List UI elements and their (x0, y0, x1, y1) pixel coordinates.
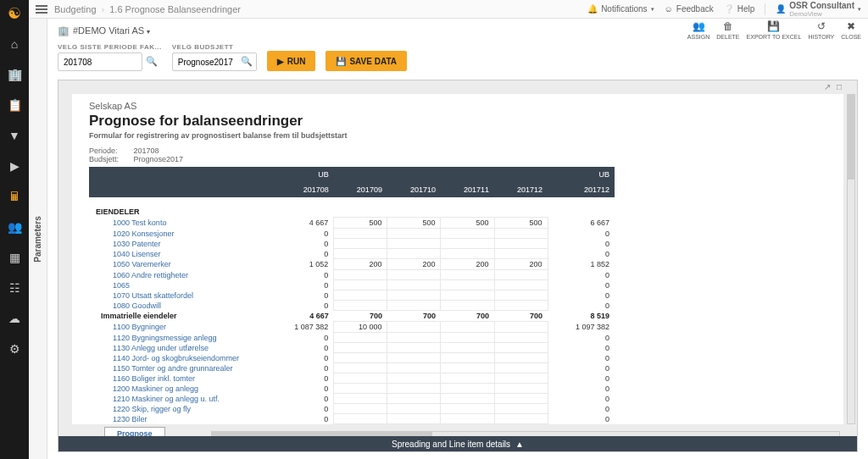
period-cell[interactable] (387, 239, 441, 249)
period-cell[interactable] (441, 384, 494, 394)
period-cell[interactable] (334, 373, 387, 384)
period-cell[interactable] (387, 404, 441, 414)
period-cell[interactable]: 200 (387, 259, 441, 270)
period-cell[interactable] (387, 363, 441, 373)
help-link[interactable]: ❔ Help (724, 4, 755, 14)
period-cell[interactable] (494, 353, 548, 363)
funnel-icon[interactable]: ▼ (4, 125, 25, 146)
period-cell[interactable]: 500 (494, 218, 548, 229)
period-cell[interactable] (441, 270, 494, 280)
period-cell[interactable] (494, 384, 548, 394)
cloud-icon[interactable]: ☁ (4, 308, 25, 329)
period-cell[interactable]: 200 (334, 259, 387, 270)
period-cell[interactable] (494, 394, 548, 404)
period-cell[interactable] (387, 384, 441, 394)
period-cell[interactable] (441, 239, 494, 249)
period-cell[interactable] (441, 249, 494, 259)
period-cell[interactable] (441, 373, 494, 384)
period-cell[interactable] (334, 270, 387, 280)
feedback-link[interactable]: ☺ Feedback (665, 4, 714, 14)
period-cell[interactable] (441, 363, 494, 373)
calculator-icon[interactable]: 🖩 (4, 186, 25, 207)
period-cell[interactable] (494, 249, 548, 259)
period-cell[interactable]: 10 000 (334, 322, 387, 333)
period-cell[interactable] (334, 229, 387, 239)
period-cell[interactable] (334, 239, 387, 249)
period-cell[interactable] (441, 353, 494, 363)
period-cell[interactable] (387, 394, 441, 404)
period-cell[interactable] (334, 280, 387, 290)
period-cell[interactable] (494, 363, 548, 373)
vertical-scrollbar[interactable] (847, 94, 855, 424)
period-cell[interactable] (334, 404, 387, 414)
period-cell[interactable]: 200 (441, 259, 494, 270)
period-cell[interactable] (334, 343, 387, 353)
hierarchy-icon[interactable]: ☷ (4, 278, 25, 298)
period-cell[interactable] (387, 290, 441, 301)
period-cell[interactable] (387, 333, 441, 343)
period-cell[interactable] (494, 280, 548, 290)
period-cell[interactable] (494, 373, 548, 384)
people-icon[interactable]: 👥 (4, 217, 25, 237)
period-cell[interactable]: 500 (387, 218, 441, 229)
period-cell[interactable] (494, 229, 548, 239)
period-cell[interactable] (334, 394, 387, 404)
period-cell[interactable] (334, 333, 387, 343)
period-cell[interactable] (334, 414, 387, 424)
period-cell[interactable] (494, 301, 548, 311)
period-filter-input[interactable] (58, 53, 142, 71)
period-cell[interactable] (441, 290, 494, 301)
period-cell[interactable] (387, 249, 441, 259)
period-cell[interactable] (387, 301, 441, 311)
period-cell[interactable] (334, 249, 387, 259)
search-icon[interactable]: 🔍 (241, 56, 253, 67)
search-icon[interactable]: 🔍 (146, 56, 158, 67)
period-cell[interactable] (387, 280, 441, 290)
popout-icon[interactable]: ↗ (824, 82, 831, 91)
period-cell[interactable] (387, 270, 441, 280)
details-bar[interactable]: Spreading and Line item details ▲ (58, 436, 857, 451)
parameters-strip[interactable]: Parameters (29, 19, 47, 459)
export-button[interactable]: 💾EXPORT TO EXCEL (747, 20, 802, 40)
notifications-link[interactable]: 🔔 Notifications ▾ (587, 4, 654, 14)
delete-button[interactable]: 🗑DELETE (716, 20, 739, 40)
period-cell[interactable] (494, 414, 548, 424)
period-cell[interactable] (387, 343, 441, 353)
period-cell[interactable] (387, 353, 441, 363)
period-cell[interactable] (387, 414, 441, 424)
period-cell[interactable] (334, 353, 387, 363)
period-cell[interactable] (387, 229, 441, 239)
period-cell[interactable] (334, 290, 387, 301)
period-cell[interactable] (494, 322, 548, 333)
period-cell[interactable] (494, 404, 548, 414)
grid-icon[interactable]: ▦ (4, 247, 25, 268)
period-cell[interactable] (334, 363, 387, 373)
period-cell[interactable]: 200 (494, 259, 548, 270)
save-data-button[interactable]: 💾 SAVE DATA (326, 51, 407, 71)
user-menu[interactable]: 👤 OSR Consultant DemoView ▾ (776, 1, 861, 18)
period-cell[interactable] (441, 333, 494, 343)
period-cell[interactable] (441, 414, 494, 424)
home-icon[interactable]: ⌂ (4, 34, 25, 54)
assign-button[interactable]: 👥ASSIGN (687, 20, 709, 40)
period-cell[interactable] (494, 343, 548, 353)
period-cell[interactable] (441, 322, 494, 333)
period-cell[interactable] (441, 394, 494, 404)
run-button[interactable]: ▶ RUN (267, 51, 316, 71)
play-icon[interactable]: ▶ (4, 156, 25, 176)
period-cell[interactable]: 500 (441, 218, 494, 229)
period-cell[interactable] (494, 239, 548, 249)
period-cell[interactable] (494, 270, 548, 280)
period-cell[interactable] (441, 301, 494, 311)
clipboard-icon[interactable]: 📋 (4, 95, 25, 115)
period-cell[interactable]: 500 (334, 218, 387, 229)
close-button[interactable]: ✖CLOSE (841, 20, 861, 40)
menu-icon[interactable] (36, 3, 47, 15)
period-cell[interactable] (494, 333, 548, 343)
period-cell[interactable] (494, 290, 548, 301)
period-cell[interactable] (387, 373, 441, 384)
period-cell[interactable] (387, 322, 441, 333)
gear-icon[interactable]: ⚙ (4, 339, 25, 359)
period-cell[interactable] (334, 301, 387, 311)
entity-selector[interactable]: #DEMO Vitari AS ▾ (73, 25, 150, 36)
